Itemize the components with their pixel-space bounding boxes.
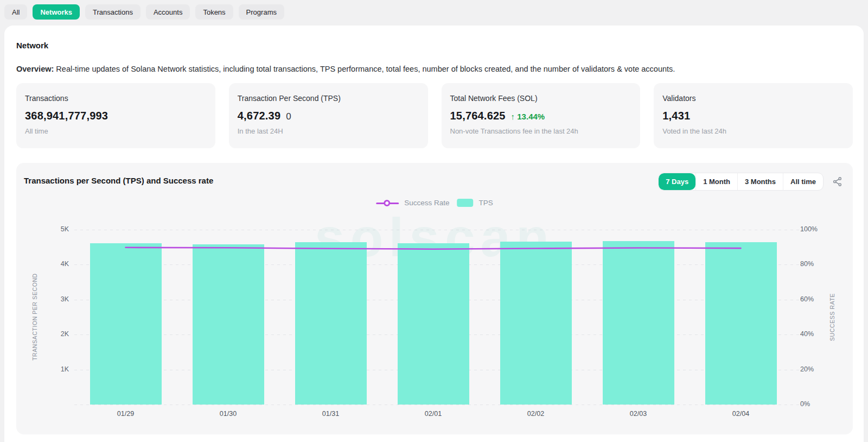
legend-label: TPS	[479, 199, 493, 207]
tab-programs[interactable]: Programs	[239, 4, 284, 20]
stat-card-title: Transaction Per Second (TPS)	[238, 94, 419, 103]
range-1-month[interactable]: 1 Month	[695, 173, 737, 190]
x-axis-label: 01/29	[101, 410, 150, 418]
chart-legend: Success RateTPS	[376, 199, 493, 207]
overview-label: Overview:	[16, 65, 54, 73]
left-tick: 4K	[36, 260, 69, 268]
left-tick: 3K	[36, 295, 69, 303]
stat-card-title: Total Network Fees (SOL)	[450, 94, 632, 103]
x-axis-label: 02/04	[717, 410, 765, 418]
stat-card-value: 4,672.39	[238, 110, 280, 122]
stat-card-value: 368,941,777,993	[25, 110, 108, 122]
right-tick: 40%	[800, 330, 833, 338]
range-7-days[interactable]: 7 Days	[659, 173, 695, 190]
left-axis-title: TRANSACTION PER SECOND	[31, 230, 38, 405]
tab-transactions[interactable]: Transactions	[85, 4, 141, 20]
stat-card-value-row: 4,672.390	[238, 110, 419, 122]
legend-label: Success Rate	[404, 199, 449, 207]
overview-text: Overview: Real-time updates of Solana Ne…	[16, 65, 675, 73]
up-arrow-icon: ↑	[511, 112, 518, 121]
stat-card-value-row: 368,941,777,993	[25, 110, 207, 122]
stat-card-subtitle: Voted in the last 24h	[662, 127, 844, 135]
right-tick: 20%	[800, 365, 833, 373]
tps-chart-card: Transactions per Second (TPS) and Succes…	[16, 163, 853, 434]
stat-card-value-row: 15,764.625↑ 13.44%	[450, 110, 632, 122]
right-tick: 100%	[800, 225, 833, 233]
range-all-time[interactable]: All time	[783, 173, 823, 190]
tab-networks[interactable]: Networks	[33, 4, 80, 20]
stat-card-subtitle: Non-vote Transactions fee in the last 24…	[450, 127, 632, 135]
network-dashboard-page: AllNetworksTransactionsAccountsTokensPro…	[0, 0, 868, 442]
time-range-selector: 7 Days1 Month3 MonthsAll time	[658, 173, 824, 191]
legend-dot	[384, 200, 390, 206]
share-icon[interactable]	[831, 176, 843, 188]
chart-plot-area: 01/2901/3001/3102/0102/0202/0302/04	[74, 230, 792, 405]
left-tick: 2K	[36, 330, 69, 338]
stat-card-extra-value: 0	[286, 111, 291, 122]
stat-card-value-row: 1,431	[662, 110, 844, 122]
stat-cards: Transactions368,941,777,993All timeTrans…	[16, 83, 853, 148]
category-tabs: AllNetworksTransactionsAccountsTokensPro…	[4, 4, 284, 20]
right-tick: 80%	[800, 260, 833, 268]
left-tick: 5K	[36, 225, 69, 233]
stat-card-value: 15,764.625	[450, 110, 506, 122]
gridline	[74, 405, 806, 405]
stat-card-subtitle: In the last 24H	[238, 127, 419, 135]
stat-card-2: Transaction Per Second (TPS)4,672.390In …	[229, 83, 428, 148]
right-axis-title: SUCCESS RATE	[829, 230, 835, 405]
stat-card-value: 1,431	[662, 110, 690, 122]
line-marker-icon	[376, 199, 399, 207]
stat-card-change: ↑ 13.44%	[511, 112, 545, 121]
stat-card-4: Validators1,431Voted in the last 24h	[654, 83, 853, 148]
success-rate-line[interactable]	[74, 230, 792, 405]
right-tick: 60%	[800, 295, 833, 303]
left-tick: 1K	[36, 365, 69, 373]
stat-card-1: Transactions368,941,777,993All time	[16, 83, 215, 148]
stat-card-title: Transactions	[25, 94, 207, 103]
tab-tokens[interactable]: Tokens	[195, 4, 233, 20]
x-axis-label: 02/01	[409, 410, 458, 418]
stat-card-subtitle: All time	[25, 127, 207, 135]
overview-body: Real-time updates of Solana Network stat…	[54, 65, 675, 73]
stat-card-3: Total Network Fees (SOL)15,764.625↑ 13.4…	[442, 83, 641, 148]
range-3-months[interactable]: 3 Months	[737, 173, 783, 190]
bar-swatch-icon	[457, 199, 474, 207]
tab-accounts[interactable]: Accounts	[146, 4, 190, 20]
page-title: Network	[16, 41, 48, 50]
legend-item-line[interactable]: Success Rate	[376, 199, 449, 207]
network-panel: Network Overview: Real-time updates of S…	[4, 26, 864, 442]
x-axis-label: 01/30	[204, 410, 253, 418]
x-axis-label: 02/02	[512, 410, 560, 418]
tab-all[interactable]: All	[4, 4, 27, 20]
stat-card-title: Validators	[662, 94, 844, 103]
chart-controls: 7 Days1 Month3 MonthsAll time	[658, 173, 843, 191]
right-tick: 0%	[800, 400, 833, 408]
chart-title: Transactions per Second (TPS) and Succes…	[24, 176, 213, 185]
x-axis-label: 01/31	[307, 410, 355, 418]
x-axis-label: 02/03	[614, 410, 663, 418]
legend-item-bar[interactable]: TPS	[457, 199, 493, 207]
